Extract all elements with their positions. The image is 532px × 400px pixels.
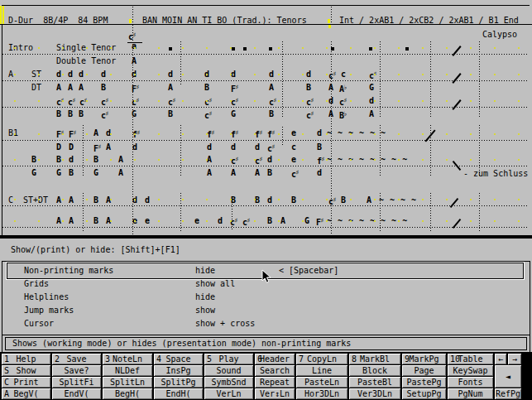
note-token[interactable]: B xyxy=(306,83,311,92)
note-token[interactable]: B xyxy=(269,109,274,118)
note-token[interactable]: c♯ xyxy=(101,109,109,120)
note-token[interactable]: d xyxy=(317,168,322,177)
fkey-header[interactable]: 6Header xyxy=(255,354,295,364)
fkey-endv[interactable]: EndV( xyxy=(52,388,101,399)
fkey-fonts[interactable]: Fonts xyxy=(448,377,493,388)
note-token[interactable]: A♭ xyxy=(339,83,347,94)
fkey-pastebl[interactable]: PasteBl xyxy=(349,377,400,388)
menu-row-jump-marks[interactable]: Jump marksshow xyxy=(2,306,530,319)
fkey-save[interactable]: Save? xyxy=(52,365,101,376)
menu-row-cursor[interactable]: Cursorshow + cross xyxy=(2,319,530,332)
menu-row-helplines[interactable]: Helplineshide xyxy=(2,292,530,306)
note-token[interactable]: B xyxy=(56,109,61,118)
note-token[interactable]: B xyxy=(68,109,73,118)
fkey-label: ← xyxy=(498,354,503,364)
note-token[interactable]: A xyxy=(168,83,173,92)
bar-line xyxy=(282,41,283,118)
note-token[interactable]: B xyxy=(267,168,272,177)
fkey-refpg[interactable]: RefPg xyxy=(495,388,521,399)
note-token[interactable]: c♯ xyxy=(291,168,300,179)
note-token[interactable]: A xyxy=(118,168,123,177)
note-token[interactable]: G xyxy=(31,168,36,177)
fkey-block[interactable]: Block xyxy=(349,365,400,376)
fkey-play[interactable]: 5Play xyxy=(204,354,253,364)
fkey-pastepg[interactable]: PastePg xyxy=(402,377,446,388)
note-token[interactable]: G xyxy=(231,109,236,118)
fkey-splitfi[interactable]: SplitFi xyxy=(52,377,101,388)
fkey-setuppg[interactable]: SetupPg xyxy=(402,388,446,399)
note-token[interactable]: A xyxy=(106,142,111,152)
fkey-search[interactable]: Search xyxy=(255,365,295,376)
note-token[interactable]: D xyxy=(69,142,74,152)
note-token[interactable]: F♯ xyxy=(231,83,239,94)
fkey-verln[interactable]: Ver↕Ln xyxy=(255,388,295,399)
fkey-table[interactable]: 10Table xyxy=(448,354,493,364)
note-token[interactable]: D xyxy=(56,142,61,152)
fkey-space[interactable]: 4Space xyxy=(154,354,203,364)
fkey-show[interactable]: SShow xyxy=(2,365,50,376)
fkey-back-arrow[interactable]: ◄ xyxy=(495,365,521,388)
note-token[interactable]: G xyxy=(369,83,374,92)
note-token[interactable]: A xyxy=(207,168,212,177)
note-token[interactable]: d xyxy=(207,142,212,152)
note-token[interactable]: A xyxy=(269,83,274,92)
note-token[interactable]: G xyxy=(56,168,61,177)
note-token[interactable]: B xyxy=(79,109,84,118)
note-token[interactable]: c xyxy=(291,142,296,152)
fkey-label: EndH( xyxy=(165,389,190,398)
note-token[interactable]: d xyxy=(231,142,236,152)
fkey-keyswap[interactable]: KeySwap xyxy=(448,365,493,376)
note-token[interactable]: A xyxy=(255,168,260,177)
fkey-pasteln[interactable]: PasteLn xyxy=(296,377,347,388)
note-token[interactable]: G xyxy=(93,168,98,177)
fkey-scroll-left-arrow[interactable]: ← xyxy=(495,354,506,364)
beat-square-mark xyxy=(243,47,247,51)
fkey-symbsnd[interactable]: SymbSnd xyxy=(204,377,253,388)
note-token[interactable]: d xyxy=(255,142,260,152)
fkey-copyln[interactable]: 7CopyLn xyxy=(296,354,347,364)
fkey-label: BegV( xyxy=(13,389,38,398)
fkey-ver3dln[interactable]: Ver3DLn xyxy=(349,388,400,399)
note-token[interactable]: A xyxy=(79,83,84,92)
fkey-markpg[interactable]: 9MarkPg xyxy=(402,354,446,364)
bar-line xyxy=(430,193,431,233)
note-token[interactable]: A xyxy=(56,83,61,92)
fkey-splitln[interactable]: SplitLn xyxy=(103,377,152,388)
note-token[interactable]: c♯ xyxy=(306,109,314,120)
beat-square-mark xyxy=(405,47,409,51)
fkey-inspg[interactable]: InsPg xyxy=(154,365,203,376)
fkey-nldef[interactable]: NLDef xyxy=(103,365,152,376)
fkey-print[interactable]: CPrint xyxy=(2,377,50,388)
fkey-page[interactable]: Page xyxy=(402,365,446,376)
note-token[interactable]: B xyxy=(204,83,209,92)
note-token[interactable]: A xyxy=(231,168,236,177)
fkey-prefix: A xyxy=(4,388,9,399)
fkey-help[interactable]: 1Help xyxy=(2,354,50,364)
fkey-begv[interactable]: ABegV( xyxy=(2,388,50,399)
note-token[interactable]: B xyxy=(101,83,106,92)
fkey-label: Play xyxy=(218,354,238,364)
fkey-save[interactable]: 2Save xyxy=(52,354,101,364)
note-token[interactable]: F♯ xyxy=(93,142,102,153)
fkey-begh[interactable]: BegH( xyxy=(103,388,152,399)
note-token[interactable]: c♯ xyxy=(204,109,213,120)
fkey-verln[interactable]: VerLn xyxy=(204,388,253,399)
fkey-hor3dln[interactable]: Hor3DLn xyxy=(296,388,347,399)
note-token[interactable]: A xyxy=(68,83,73,92)
fkey-markbl[interactable]: 8MarkBl xyxy=(349,354,400,364)
fkey-pgnum[interactable]: PgNum xyxy=(448,388,493,399)
note-token[interactable]: B♭ xyxy=(339,109,347,120)
note-token[interactable]: B xyxy=(168,109,173,118)
note-token[interactable]: A xyxy=(369,109,374,118)
fkey-sound[interactable]: Sound xyxy=(204,365,253,376)
note-token[interactable]: c♯ xyxy=(267,142,276,153)
fkey-noteln[interactable]: 3NoteLn xyxy=(103,354,152,364)
fkey-label: MarkPg xyxy=(409,354,439,364)
note-token[interactable]: B xyxy=(317,142,322,152)
fkey-scroll-right-arrow[interactable]: → xyxy=(508,354,521,364)
fkey-endh[interactable]: EndH( xyxy=(154,388,203,399)
note-token[interactable]: B xyxy=(69,168,74,177)
fkey-repeat[interactable]: Repeat xyxy=(255,377,295,388)
fkey-line[interactable]: Line xyxy=(296,365,347,376)
fkey-splitpg[interactable]: SplitPg xyxy=(154,377,203,388)
